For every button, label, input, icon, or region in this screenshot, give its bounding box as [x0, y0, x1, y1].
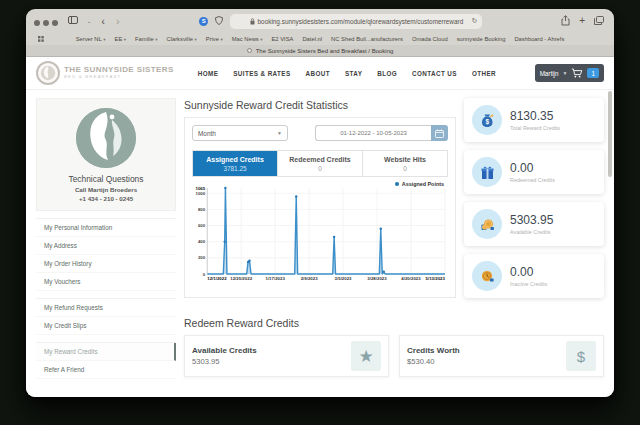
- svg-text:1065: 1065: [195, 186, 205, 191]
- bookmark-item[interactable]: NC Shed Buil...anufacturers: [331, 36, 403, 42]
- nav-contact-us[interactable]: CONTACT US: [412, 70, 457, 77]
- redeem-section-title: Redeem Reward Credits: [184, 317, 604, 329]
- chevron-down-icon: ▾: [103, 37, 105, 42]
- reload-icon[interactable]: ↻: [471, 17, 477, 25]
- redeem-card-title: Credits Worth: [407, 346, 460, 355]
- tab-website-hits[interactable]: Website Hits 0: [362, 151, 447, 176]
- content: Technical Questions Call Martijn Broeder…: [26, 90, 614, 379]
- redeem-cards: Available Credits 5303.95 ★ Credits Wort…: [184, 335, 604, 377]
- extension-icon[interactable]: S: [199, 17, 208, 26]
- user-menu-button[interactable]: Martijn ▼ 1: [535, 64, 604, 82]
- bookmark-item[interactable]: Server NL▾: [76, 36, 106, 42]
- bookmark-item[interactable]: Familie▾: [135, 36, 157, 42]
- sidebar-item-address[interactable]: My Address: [36, 237, 176, 255]
- sidebar-toggle-icon[interactable]: [66, 16, 80, 26]
- sidebar-item-refund-requests[interactable]: My Refund Requests: [36, 299, 176, 317]
- bookmark-item[interactable]: Datel.nl: [302, 36, 322, 42]
- redeem-card-value: $530.40: [407, 357, 460, 366]
- bookmark-item[interactable]: Clarksville▾: [166, 36, 196, 42]
- date-range-input[interactable]: 01-12-2022 - 10-05-2023: [315, 125, 431, 141]
- cart-count-badge: 1: [587, 68, 599, 78]
- bookmark-item[interactable]: E2 VISA: [271, 36, 293, 42]
- bookmarks-grid-icon[interactable]: [38, 36, 44, 43]
- stat-value: 0.00: [510, 161, 555, 175]
- reward-summary-column: $ 8130.35 Total Reward Credits: [464, 98, 604, 306]
- svg-text:1000: 1000: [195, 191, 205, 196]
- svg-text:0: 0: [203, 272, 206, 277]
- chevron-down-icon: ▾: [220, 37, 222, 42]
- sidebar-item-refer-a-friend[interactable]: Refer A Friend: [36, 361, 176, 379]
- calendar-button[interactable]: [431, 125, 448, 141]
- help-title: Technical Questions: [43, 174, 169, 184]
- chevron-down-icon[interactable]: ⌄: [85, 19, 93, 24]
- brand-logo[interactable]: [36, 61, 60, 85]
- sisters-logo: [76, 108, 136, 168]
- nav-blog[interactable]: BLOG: [377, 70, 397, 77]
- sidebar-item-vouchers[interactable]: My Vouchers: [36, 273, 176, 291]
- chart-legend: Assigned Points: [395, 181, 444, 187]
- svg-text:1/17/2023: 1/17/2023: [265, 276, 285, 281]
- page-title: Sunnyside Reward Credit Statistics: [184, 99, 456, 111]
- help-contact-name: Call Martijn Broeders: [43, 186, 169, 193]
- bookmark-item[interactable]: EE▾: [115, 36, 127, 42]
- coins-icon: [472, 209, 502, 239]
- bookmark-item[interactable]: sunnyside Booking: [457, 36, 506, 42]
- bookmark-item[interactable]: Dashboard - Ahrefs: [514, 36, 564, 42]
- sidebar-item-credit-slips[interactable]: My Credit Slips: [36, 317, 176, 335]
- chevron-down-icon: ▾: [124, 37, 126, 42]
- main-nav: HOME SUITES & RATES ABOUT STAY BLOG CONT…: [198, 70, 535, 77]
- svg-text:5/13/2023: 5/13/2023: [426, 276, 446, 281]
- svg-text:400: 400: [198, 239, 206, 244]
- traffic-lights[interactable]: [34, 12, 61, 30]
- tab-bar[interactable]: The Sunnyside Sisters Bed and Breakfast …: [26, 45, 614, 57]
- svg-text:2/9/2023: 2/9/2023: [301, 276, 319, 281]
- svg-text:3/5/2023: 3/5/2023: [335, 276, 353, 281]
- sidebar-item-reward-credits[interactable]: My Reward Credits: [36, 343, 176, 361]
- url-bar[interactable]: booking.sunnysidesisters.com/module/qlor…: [230, 14, 482, 29]
- assigned-points-chart: 12/1/202212/25/20221/17/20232/9/20233/5/…: [192, 180, 448, 286]
- nav-about[interactable]: ABOUT: [306, 70, 330, 77]
- inactive-credits-card: 0.00 Inactive Credits: [464, 254, 604, 298]
- tab-overview-icon[interactable]: [592, 16, 606, 27]
- clock-icon: [472, 261, 502, 291]
- shield-icon[interactable]: [213, 16, 225, 27]
- share-icon[interactable]: [559, 15, 572, 28]
- sidebar-menu-group: My Refund Requests My Credit Slips: [36, 298, 176, 335]
- available-credits-redeem-card: Available Credits 5303.95 ★: [184, 335, 389, 377]
- sidebar-menu-group: My Personal Information My Address My Or…: [36, 218, 176, 291]
- date-range-group: 01-12-2022 - 10-05-2023: [315, 125, 448, 141]
- svg-text:600: 600: [198, 223, 206, 228]
- user-name: Martijn: [540, 70, 559, 77]
- sidebar-item-order-history[interactable]: My Order History: [36, 255, 176, 273]
- bookmark-item[interactable]: Mac News▾: [232, 36, 263, 42]
- tab-redeemed-credits[interactable]: Redeemed Credits 0: [277, 151, 362, 176]
- period-select[interactable]: Month ▼: [192, 125, 288, 141]
- bookmarks-bar: Server NL▾ EE▾ Familie▾ Clarksville▾ Pri…: [26, 33, 614, 45]
- scrollbar[interactable]: [608, 91, 612, 177]
- nav-home[interactable]: HOME: [198, 70, 219, 77]
- stat-label: Total Reward Credits: [510, 125, 560, 131]
- page: THE SUNNYSIDE SISTERS BED & BREAKFAST HO…: [26, 57, 614, 397]
- redeemed-credits-card: 0.00 Redeemed Credits: [464, 150, 604, 194]
- stat-value: 5303.95: [510, 213, 553, 227]
- browser-window: ⌄ ‹ › S booking.sunnysidesisters.com/mod…: [26, 9, 614, 397]
- bookmark-item[interactable]: Prive▾: [206, 36, 223, 42]
- site-header: THE SUNNYSIDE SISTERS BED & BREAKFAST HO…: [26, 57, 614, 90]
- tab-assigned-credits[interactable]: Assigned Credits 3781.25: [193, 151, 277, 176]
- gift-icon: [472, 157, 502, 187]
- brand-name: THE SUNNYSIDE SISTERS: [64, 66, 174, 74]
- period-selected-value: Month: [198, 130, 216, 137]
- tab-favicon: [247, 48, 252, 53]
- redeem-card-title: Available Credits: [192, 346, 257, 355]
- chevron-down-icon: ▼: [563, 70, 568, 76]
- back-button[interactable]: ‹: [98, 15, 108, 27]
- sidebar-item-personal-information[interactable]: My Personal Information: [36, 219, 176, 237]
- nav-suites-rates[interactable]: SUITES & RATES: [233, 70, 290, 77]
- new-tab-icon[interactable]: +: [577, 16, 587, 26]
- nav-other[interactable]: OTHER: [472, 70, 496, 77]
- bookmark-item[interactable]: Omada Cloud: [412, 36, 448, 42]
- redeem-card-value: 5303.95: [192, 357, 257, 366]
- stat-label: Inactive Credits: [510, 281, 547, 287]
- forward-button[interactable]: ›: [113, 15, 123, 27]
- nav-stay[interactable]: STAY: [345, 70, 362, 77]
